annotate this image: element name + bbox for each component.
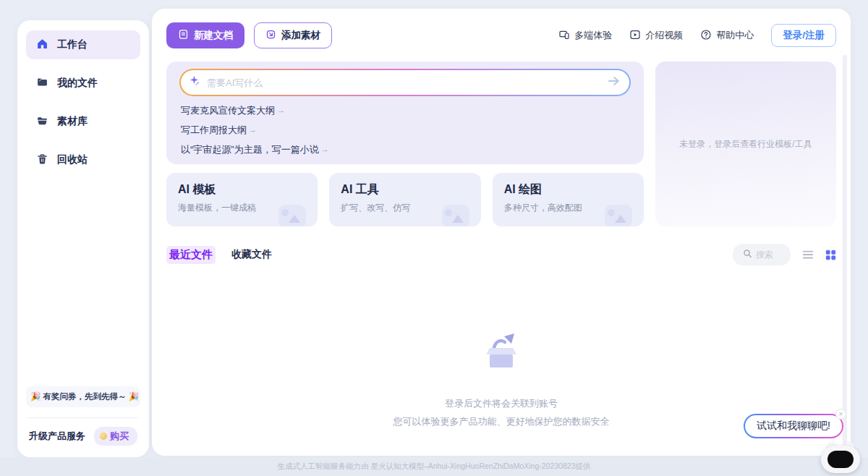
upgrade-row: 升级产品服务 购买	[26, 427, 140, 449]
scrollbar[interactable]	[843, 55, 847, 446]
help-icon	[700, 29, 712, 43]
sidebar-item-label: 我的文件	[57, 77, 98, 90]
files-folder-icon	[36, 76, 48, 90]
new-document-label: 新建文档	[194, 29, 233, 42]
intro-video-link[interactable]: 介绍视频	[629, 29, 683, 43]
card-title: AI 模板	[178, 182, 306, 197]
prompt-suggestions: 写麦克风宣传文案大纲→ 写工作周报大纲→ 以“宇宙起源”为主题，写一篇小说→	[181, 104, 629, 156]
chat-mascot-button[interactable]	[820, 441, 861, 475]
ai-prompt-input[interactable]	[207, 77, 602, 88]
document-icon	[178, 29, 189, 42]
mascot-screen	[827, 451, 854, 468]
files-tools	[733, 244, 836, 265]
card-title: AI 工具	[341, 182, 469, 197]
footer: 生成式人工智能服务能力由 星火认知大模型–Anhui-XingHuoRenZhi…	[0, 457, 868, 476]
login-panel-message: 未登录，登录后查看行业模板/工具	[679, 138, 812, 150]
footer-text: 生成式人工智能服务能力由 星火认知大模型–Anhui-XingHuoRenZhi…	[278, 462, 591, 472]
login-register-button[interactable]: 登录/注册	[771, 24, 836, 47]
new-document-button[interactable]: 新建文档	[166, 22, 244, 48]
buy-label: 购买	[110, 430, 129, 443]
chat-invite-bubble[interactable]: 试试和我聊聊吧! ×	[744, 414, 843, 438]
arrow-icon: →	[249, 125, 257, 134]
prompt-suggestion[interactable]: 以“宇宙起源”为主题，写一篇小说→	[181, 143, 629, 156]
empty-state-line2: 您可以体验更多产品功能、更好地保护您的数据安全	[166, 415, 836, 428]
tab-favorite-files[interactable]: 收藏文件	[229, 246, 275, 263]
import-icon	[265, 29, 276, 42]
search-input[interactable]	[756, 250, 780, 260]
upgrade-label: 升级产品服务	[29, 430, 85, 443]
ai-template-card[interactable]: AI 模板 海量模板，一键成稿	[166, 173, 318, 226]
topbar: 新建文档 添加素材 多端体验 介绍视频	[166, 22, 836, 48]
add-material-label: 添加素材	[281, 29, 320, 42]
sidebar-bottom: 🎉 有奖问券，先到先得～ 🎉 升级产品服务 购买	[26, 386, 140, 449]
search-box[interactable]	[733, 244, 791, 265]
ai-prompt-panel: 写麦克风宣传文案大纲→ 写工作周报大纲→ 以“宇宙起源”为主题，写一篇小说→	[166, 61, 644, 164]
prompt-column: 写麦克风宣传文案大纲→ 写工作周报大纲→ 以“宇宙起源”为主题，写一篇小说→ A…	[166, 61, 644, 226]
ai-tools-card[interactable]: AI 工具 扩写、改写、仿写	[329, 173, 480, 226]
sidebar-item-library[interactable]: 素材库	[26, 107, 140, 136]
arrow-icon: →	[321, 145, 329, 153]
sidebar: 工作台 我的文件 素材库 回收站 🎉 有奖问券，先到先得～ 🎉 升级产品服务 购…	[17, 20, 149, 457]
ai-feature-cards: AI 模板 海量模板，一键成稿 AI 工具 扩写、改写、仿写 AI 绘图 多种尺…	[166, 173, 644, 226]
home-icon	[36, 38, 48, 52]
prompt-suggestion[interactable]: 写工作周报大纲→	[181, 124, 629, 137]
intro-video-label: 介绍视频	[645, 29, 683, 42]
card-decoration	[274, 202, 309, 226]
help-center-link[interactable]: 帮助中心	[700, 29, 754, 43]
card-title: AI 绘图	[504, 182, 632, 197]
sidebar-item-label: 工作台	[57, 38, 88, 51]
arrow-icon: →	[277, 106, 285, 114]
send-icon[interactable]	[608, 76, 621, 89]
topbar-links: 多端体验 介绍视频 帮助中心 登录/注册	[558, 24, 836, 47]
close-icon[interactable]: ×	[835, 409, 846, 420]
buy-button[interactable]: 购买	[94, 427, 137, 446]
suggestion-label: 以“宇宙起源”为主题，写一篇小说	[181, 144, 319, 155]
empty-state-line1: 登录后文件将会关联到账号	[166, 397, 836, 410]
card-decoration	[600, 202, 635, 226]
ai-drawing-card[interactable]: AI 绘图 多种尺寸，高效配图	[493, 173, 644, 226]
files-tabs: 最近文件 收藏文件	[166, 246, 275, 264]
devices-icon	[558, 29, 570, 43]
sparkle-icon	[190, 75, 201, 90]
templates-login-panel[interactable]: 未登录，登录后查看行业模板/工具	[655, 61, 836, 226]
hero-row: 写麦克风宣传文案大纲→ 写工作周报大纲→ 以“宇宙起源”为主题，写一篇小说→ A…	[166, 61, 836, 226]
chat-bubble-text: 试试和我聊聊吧!	[757, 420, 830, 433]
ai-prompt-inputbox[interactable]	[179, 69, 631, 96]
add-material-button[interactable]: 添加素材	[254, 22, 332, 48]
files-header: 最近文件 收藏文件	[166, 244, 836, 265]
empty-state: 登录后文件将会关联到账号 您可以体验更多产品功能、更好地保护您的数据安全	[166, 329, 836, 428]
suggestion-label: 写工作周报大纲	[181, 124, 247, 135]
library-folder-icon	[36, 114, 48, 129]
sidebar-item-workspace[interactable]: 工作台	[26, 30, 140, 59]
search-icon	[743, 248, 752, 261]
multi-device-link[interactable]: 多端体验	[558, 29, 612, 43]
prompt-suggestion[interactable]: 写麦克风宣传文案大纲→	[181, 104, 629, 117]
tab-recent-files[interactable]: 最近文件	[166, 246, 216, 264]
topbar-actions: 新建文档 添加素材	[166, 22, 332, 48]
sidebar-item-label: 回收站	[57, 153, 88, 166]
list-view-icon[interactable]	[802, 250, 814, 260]
empty-box-icon	[481, 329, 522, 374]
coin-icon	[100, 433, 107, 440]
video-icon	[629, 29, 641, 43]
sidebar-item-trash[interactable]: 回收站	[26, 145, 140, 174]
suggestion-label: 写麦克风宣传文案大纲	[181, 105, 275, 116]
trash-icon	[36, 153, 48, 167]
multi-device-label: 多端体验	[574, 29, 612, 42]
divider	[27, 417, 139, 418]
promo-banner[interactable]: 🎉 有奖问券，先到先得～ 🎉	[26, 386, 140, 407]
sidebar-item-my-files[interactable]: 我的文件	[26, 69, 140, 98]
sidebar-item-label: 素材库	[57, 115, 88, 128]
grid-view-icon[interactable]	[825, 250, 836, 260]
main-panel: 新建文档 添加素材 多端体验 介绍视频	[152, 9, 851, 456]
card-decoration	[438, 202, 472, 226]
help-center-label: 帮助中心	[716, 29, 754, 42]
